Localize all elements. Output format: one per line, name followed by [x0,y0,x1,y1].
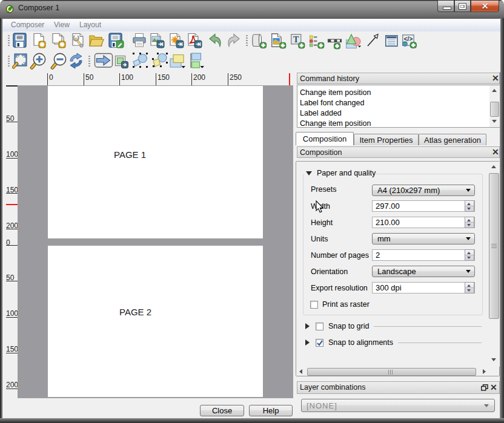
svg-text:T: T [293,35,299,44]
svg-text:</>: </> [404,36,413,42]
